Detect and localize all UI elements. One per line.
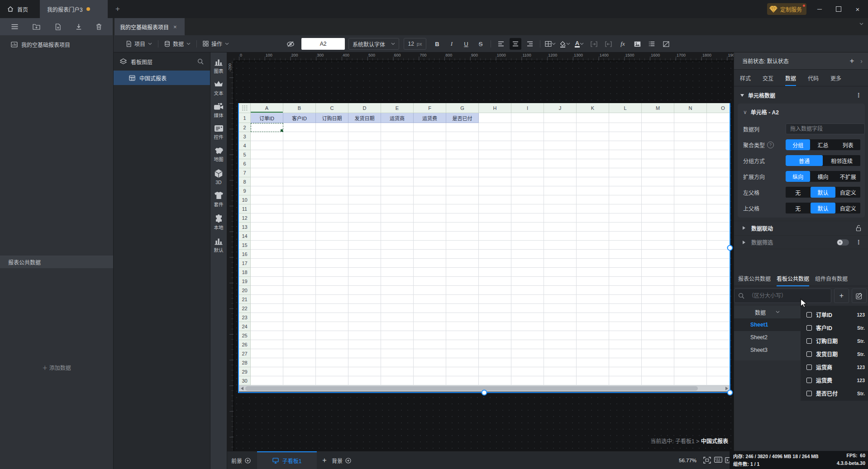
- row-header-5[interactable]: 5: [239, 150, 251, 159]
- cell-K27[interactable]: [577, 349, 609, 358]
- row-header-10[interactable]: 10: [239, 195, 251, 204]
- underline-button[interactable]: U: [460, 38, 472, 50]
- cell-E7[interactable]: [381, 168, 414, 177]
- cell-K22[interactable]: [577, 304, 609, 313]
- field-checkbox[interactable]: [806, 325, 812, 331]
- cell-M11[interactable]: [642, 204, 674, 213]
- cell-H18[interactable]: [479, 268, 511, 277]
- cell-F3[interactable]: [414, 132, 446, 141]
- cell-A24[interactable]: [251, 322, 283, 331]
- cell-K20[interactable]: [577, 286, 609, 295]
- component-category-文本[interactable]: 文本: [214, 81, 224, 96]
- cell-D18[interactable]: [348, 268, 381, 277]
- cell-H3[interactable]: [479, 132, 511, 141]
- kebab-menu-icon[interactable]: ⋮: [856, 239, 862, 246]
- cell-K4[interactable]: [577, 141, 609, 150]
- cell-E29[interactable]: [381, 367, 414, 376]
- cell-I4[interactable]: [511, 141, 544, 150]
- row-header-20[interactable]: 20: [239, 286, 251, 295]
- col-header-F[interactable]: F: [414, 103, 446, 113]
- cell-E13[interactable]: [381, 223, 414, 232]
- cell-L4[interactable]: [609, 141, 642, 150]
- cell-M22[interactable]: [642, 304, 674, 313]
- component-category-图表[interactable]: 图表: [214, 58, 224, 74]
- cell-I25[interactable]: [511, 331, 544, 340]
- field-row-发货日期[interactable]: 发货日期Str.: [801, 347, 868, 360]
- cell-F24[interactable]: [414, 322, 446, 331]
- col-header-M[interactable]: M: [642, 103, 674, 113]
- cell-N9[interactable]: [674, 186, 707, 195]
- cell-O10[interactable]: [707, 195, 730, 204]
- cell-D10[interactable]: [348, 195, 381, 204]
- formula-button[interactable]: fx: [617, 38, 629, 50]
- cell-I26[interactable]: [511, 340, 544, 349]
- cell-M15[interactable]: [642, 241, 674, 250]
- cell-E5[interactable]: [381, 150, 414, 159]
- cell-B11[interactable]: [283, 204, 316, 213]
- component-category-地图[interactable]: 地图: [214, 147, 224, 162]
- cell-H26[interactable]: [479, 340, 511, 349]
- cell-K24[interactable]: [577, 322, 609, 331]
- cell-J12[interactable]: [544, 213, 577, 223]
- cell-B7[interactable]: [283, 168, 316, 177]
- cell-F22[interactable]: [414, 304, 446, 313]
- dataset-dropdown[interactable]: 数据: [734, 306, 801, 318]
- cell-K26[interactable]: [577, 340, 609, 349]
- cell-O23[interactable]: [707, 313, 730, 322]
- cell-C27[interactable]: [316, 349, 348, 358]
- cell-C7[interactable]: [316, 168, 348, 177]
- cell-B8[interactable]: [283, 177, 316, 186]
- sheet-item-Sheet3[interactable]: Sheet3: [734, 344, 801, 356]
- cell-C21[interactable]: [316, 295, 348, 304]
- cell-A1[interactable]: 订单ID: [251, 113, 283, 123]
- row-header-22[interactable]: 22: [239, 304, 251, 313]
- cell-M28[interactable]: [642, 358, 674, 367]
- field-search-input[interactable]: [748, 292, 827, 299]
- cell-E25[interactable]: [381, 331, 414, 340]
- cell-B16[interactable]: [283, 250, 316, 259]
- cell-F10[interactable]: [414, 195, 446, 204]
- cell-L25[interactable]: [609, 331, 642, 340]
- cell-G18[interactable]: [446, 268, 479, 277]
- cell-D21[interactable]: [348, 295, 381, 304]
- cell-H9[interactable]: [479, 186, 511, 195]
- download-icon[interactable]: [76, 24, 82, 30]
- add-dataset-button[interactable]: +: [834, 289, 849, 303]
- cell-O4[interactable]: [707, 141, 730, 150]
- cell-O18[interactable]: [707, 268, 730, 277]
- filter-toggle[interactable]: [837, 239, 849, 246]
- cell-G6[interactable]: [446, 159, 479, 168]
- cell-F9[interactable]: [414, 186, 446, 195]
- row-header-28[interactable]: 28: [239, 358, 251, 367]
- cell-J7[interactable]: [544, 168, 577, 177]
- cell-I28[interactable]: [511, 358, 544, 367]
- cell-H22[interactable]: [479, 304, 511, 313]
- cell-K23[interactable]: [577, 313, 609, 322]
- cell-H2[interactable]: [479, 123, 511, 132]
- menu-data[interactable]: 数据: [158, 40, 196, 47]
- row-header-18[interactable]: 18: [239, 268, 251, 277]
- cell-F1[interactable]: 运货费: [414, 113, 446, 123]
- cell-M2[interactable]: [642, 123, 674, 132]
- cell-D7[interactable]: [348, 168, 381, 177]
- cell-F7[interactable]: [414, 168, 446, 177]
- cell-J6[interactable]: [544, 159, 577, 168]
- cell-E26[interactable]: [381, 340, 414, 349]
- cell-N26[interactable]: [674, 340, 707, 349]
- row-header-25[interactable]: 25: [239, 331, 251, 340]
- cell-A17[interactable]: [251, 259, 283, 268]
- cell-D30[interactable]: [348, 376, 381, 385]
- cell-A26[interactable]: [251, 340, 283, 349]
- font-family-select[interactable]: 系统默认字体: [348, 38, 399, 50]
- cell-M10[interactable]: [642, 195, 674, 204]
- cell-N21[interactable]: [674, 295, 707, 304]
- cell-I1[interactable]: [511, 113, 544, 123]
- cell-N17[interactable]: [674, 259, 707, 268]
- cell-E28[interactable]: [381, 358, 414, 367]
- cell-L5[interactable]: [609, 150, 642, 159]
- col-header-C[interactable]: C: [316, 103, 348, 113]
- cell-H27[interactable]: [479, 349, 511, 358]
- cell-B29[interactable]: [283, 367, 316, 376]
- cell-B14[interactable]: [283, 232, 316, 241]
- cell-I12[interactable]: [511, 213, 544, 223]
